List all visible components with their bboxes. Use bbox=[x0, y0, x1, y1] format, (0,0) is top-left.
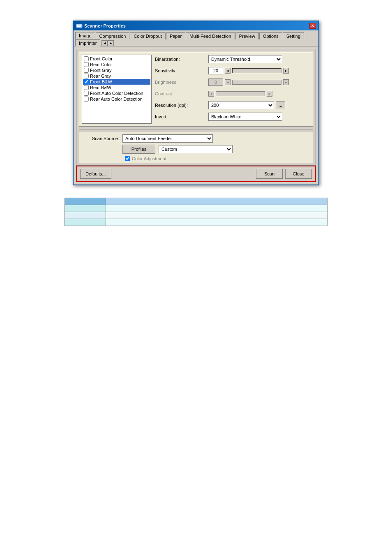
label-front-color: Front Color bbox=[90, 56, 113, 61]
label-rear-color: Rear Color bbox=[90, 62, 112, 67]
tabs-bar: Image Compression Color Dropout Paper Mu… bbox=[74, 30, 318, 46]
scan-source-label: Scan Source: bbox=[81, 136, 122, 141]
dialog-titlebar: Scanner Properties ✕ bbox=[74, 21, 318, 30]
tab-compression[interactable]: Compression bbox=[96, 32, 130, 39]
binarization-select[interactable]: Dynamic Threshold bbox=[208, 55, 282, 63]
invert-control: Black on White bbox=[208, 113, 310, 121]
sensitivity-label: Sensitivity: bbox=[155, 68, 208, 73]
close-button[interactable]: Close bbox=[285, 169, 312, 179]
label-rear-gray: Rear Gray bbox=[90, 74, 111, 78]
tab-image[interactable]: Image bbox=[75, 32, 95, 39]
label-rear-bw: Rear B&W bbox=[90, 85, 111, 90]
table-cell-content-2 bbox=[106, 205, 327, 212]
sensitivity-right-arrow[interactable]: ► bbox=[283, 68, 289, 74]
profiles-button[interactable]: Profiles bbox=[122, 145, 155, 154]
binarization-label: Binarization: bbox=[155, 57, 208, 62]
checkbox-rear-bw[interactable] bbox=[84, 85, 89, 90]
tab-next-arrow[interactable]: ► bbox=[108, 40, 114, 46]
resolution-label: Resolution (dpi): bbox=[155, 103, 208, 108]
dialog-content: Front Color Rear Color Front Gray R bbox=[74, 46, 318, 185]
image-type-rear-color[interactable]: Rear Color bbox=[83, 62, 150, 67]
divider bbox=[79, 129, 313, 129]
sensitivity-control: 20 ◄ ► bbox=[208, 67, 310, 74]
tab-multifeed[interactable]: Multi-Feed Detection bbox=[186, 32, 235, 39]
dialog-title: Scanner Properties bbox=[84, 23, 126, 28]
checkbox-front-auto[interactable] bbox=[84, 91, 89, 96]
tab-arrow-area: ◄ ► bbox=[101, 40, 114, 46]
checkbox-front-color[interactable] bbox=[84, 56, 89, 61]
dialog-close-button[interactable]: ✕ bbox=[309, 23, 316, 29]
sensitivity-slider[interactable] bbox=[232, 68, 281, 73]
contrast-right-arrow: ► bbox=[267, 91, 272, 97]
contrast-left-arrow: ◄ bbox=[208, 91, 214, 97]
checkbox-rear-auto[interactable] bbox=[84, 97, 89, 101]
sensitivity-value: 20 bbox=[208, 67, 223, 74]
sensitivity-left-arrow[interactable]: ◄ bbox=[225, 68, 231, 74]
image-type-front-gray[interactable]: Front Gray bbox=[83, 67, 150, 73]
color-adjustment-row: Color Adjustment: bbox=[81, 156, 311, 161]
tab-setting[interactable]: Setting bbox=[283, 32, 304, 39]
btn-group-right: Scan Close bbox=[256, 169, 312, 179]
tab-paper[interactable]: Paper bbox=[166, 32, 185, 39]
table-row-4 bbox=[65, 219, 327, 226]
label-front-auto: Front Auto Color Detection bbox=[90, 91, 143, 96]
tab-prev-arrow[interactable]: ◄ bbox=[101, 40, 108, 46]
defaults-button[interactable]: Defaults... bbox=[80, 169, 111, 179]
page-wrapper: Scanner Properties ✕ Image Compression C… bbox=[0, 0, 392, 549]
brightness-value: 0 bbox=[208, 78, 223, 86]
brightness-left-arrow: ◄ bbox=[225, 79, 231, 85]
color-adjustment-label: Color Adjustment: bbox=[132, 156, 168, 161]
image-type-rear-gray[interactable]: Rear Gray bbox=[83, 73, 150, 79]
resolution-row: Resolution (dpi): 200 ... bbox=[155, 101, 310, 110]
contrast-row: Contrast: ◄ ► bbox=[155, 89, 310, 98]
table-row-1 bbox=[65, 198, 327, 205]
label-rear-auto: Rear Auto Color Detection bbox=[90, 97, 143, 101]
scan-source-row: Scan Source: Auto Document Feeder bbox=[81, 134, 311, 143]
titlebar-left: Scanner Properties bbox=[76, 23, 126, 29]
image-type-rear-bw[interactable]: Rear B&W bbox=[83, 85, 150, 90]
checkbox-rear-color[interactable] bbox=[84, 62, 89, 67]
contrast-slider bbox=[216, 91, 265, 96]
scanner-icon bbox=[76, 23, 83, 29]
checkbox-rear-gray[interactable] bbox=[84, 74, 89, 78]
image-type-panel: Front Color Rear Color Front Gray R bbox=[82, 55, 152, 124]
sensitivity-row: Sensitivity: 20 ◄ ► bbox=[155, 66, 310, 75]
profiles-row: Profiles Custom bbox=[81, 145, 311, 154]
table-cell-content-3 bbox=[106, 212, 327, 219]
scan-button[interactable]: Scan bbox=[256, 169, 283, 179]
brightness-control: 0 ◄ ► bbox=[208, 78, 310, 86]
table-row-2 bbox=[65, 205, 327, 212]
checkbox-front-bw[interactable] bbox=[84, 79, 89, 84]
image-type-front-auto[interactable]: Front Auto Color Detection bbox=[83, 90, 150, 96]
scan-source-area: Scan Source: Auto Document Feeder Profil… bbox=[79, 132, 313, 163]
dialog-main-area: Front Color Rear Color Front Gray R bbox=[79, 52, 313, 127]
image-type-rear-auto[interactable]: Rear Auto Color Detection bbox=[83, 96, 150, 102]
binarization-row: Binarization: Dynamic Threshold bbox=[155, 55, 310, 64]
tab-color-dropout[interactable]: Color Dropout bbox=[130, 32, 165, 39]
table-cell-label-1 bbox=[65, 198, 106, 205]
tab-imprinter[interactable]: Imprinter bbox=[75, 39, 100, 46]
brightness-row: Brightness: 0 ◄ ► bbox=[155, 78, 310, 87]
image-type-front-color[interactable]: Front Color bbox=[83, 56, 150, 62]
tab-options[interactable]: Options bbox=[259, 32, 282, 39]
resolution-dots-button[interactable]: ... bbox=[276, 101, 285, 109]
label-front-gray: Front Gray bbox=[90, 68, 112, 73]
tab-preview[interactable]: Preview bbox=[235, 32, 259, 39]
table-row-3 bbox=[65, 212, 327, 219]
resolution-control: 200 ... bbox=[208, 101, 310, 109]
settings-panel: Binarization: Dynamic Threshold Sensitiv… bbox=[155, 55, 310, 124]
scanner-properties-dialog: Scanner Properties ✕ Image Compression C… bbox=[73, 21, 319, 185]
checkbox-front-gray[interactable] bbox=[84, 68, 89, 73]
table-cell-label-3 bbox=[65, 212, 106, 219]
brightness-slider bbox=[232, 80, 281, 85]
table-cell-content-4 bbox=[106, 219, 327, 226]
invert-select[interactable]: Black on White bbox=[208, 113, 282, 121]
color-adjustment-checkbox[interactable] bbox=[125, 156, 130, 161]
scan-source-select[interactable]: Auto Document Feeder bbox=[122, 134, 213, 143]
invert-label: Invert: bbox=[155, 114, 208, 119]
contrast-control: ◄ ► bbox=[208, 91, 310, 97]
image-type-front-bw[interactable]: Front B&W bbox=[83, 79, 150, 85]
resolution-select[interactable]: 200 bbox=[208, 101, 274, 109]
profiles-select[interactable]: Custom bbox=[159, 145, 233, 153]
brightness-label: Brightness: bbox=[155, 80, 208, 85]
